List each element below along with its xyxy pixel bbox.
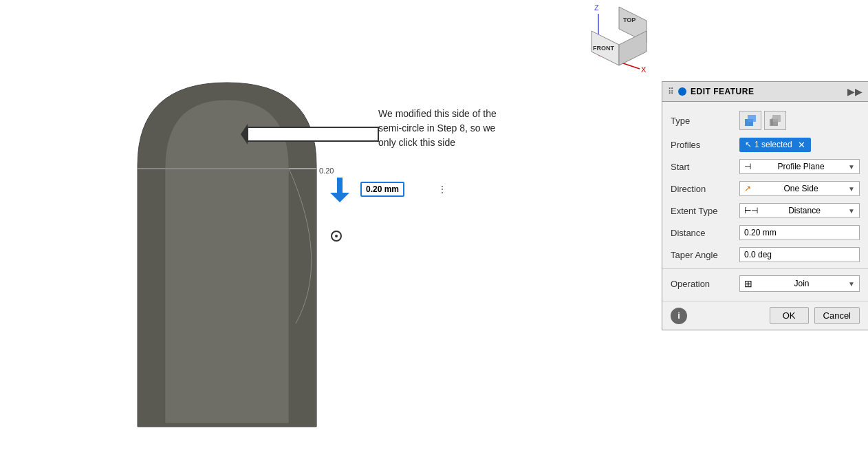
panel-header-left: ⠿ EDIT FEATURE (668, 87, 754, 96)
profiles-label: Profiles (671, 140, 739, 150)
annotation-line3: only click this side (378, 136, 605, 150)
taper-angle-control: 0.0 deg (739, 247, 860, 262)
start-label: Start (671, 162, 739, 172)
svg-point-9 (335, 235, 338, 237)
distance-icon: ⊢⊣ (744, 206, 758, 215)
panel-footer: i OK Cancel (662, 301, 868, 330)
info-icon[interactable]: i (671, 308, 687, 324)
extent-type-control: ⊢⊣ Distance ▼ (739, 203, 860, 218)
svg-marker-7 (330, 193, 349, 202)
profiles-selected-badge[interactable]: ↖ 1 selected ✕ (739, 138, 811, 152)
svg-text:FRONT: FRONT (593, 45, 614, 52)
circle-marker (330, 230, 343, 242)
footer-buttons: OK Cancel (770, 307, 860, 324)
type-control: | (739, 111, 860, 130)
extent-type-dropdown-arrow: ▼ (848, 207, 855, 215)
dimension-label[interactable]: 0.20 mm (360, 182, 404, 197)
direction-control: ↗ One Side ▼ (739, 181, 860, 196)
distance-input[interactable]: 0.20 mm (739, 225, 860, 240)
panel-title: EDIT FEATURE (691, 87, 754, 96)
operation-row: Operation ⊞ Join ▼ (662, 272, 868, 295)
distance-row: Distance 0.20 mm (662, 222, 868, 244)
start-row: Start ⊣ Profile Plane ▼ (662, 156, 868, 178)
svg-rect-6 (337, 178, 343, 193)
direction-row: Direction ↗ One Side ▼ (662, 178, 868, 200)
svg-text:X: X (641, 65, 647, 74)
svg-rect-20 (748, 115, 756, 122)
annotation-line2: semi-circle in Step 8, so we (378, 121, 605, 136)
annotation-line1: We modified this side of the (378, 107, 605, 121)
panel-body: Type | Profiles (662, 102, 868, 301)
ok-button[interactable]: OK (770, 307, 809, 324)
direction-value: One Side (784, 184, 818, 193)
profiles-clear-icon[interactable]: ✕ (798, 140, 805, 150)
panel-collapse-icon[interactable]: ▶▶ (847, 86, 862, 97)
start-dropdown-arrow: ▼ (848, 163, 855, 171)
profiles-row: Profiles ↖ 1 selected ✕ (662, 134, 868, 156)
start-dropdown[interactable]: ⊣ Profile Plane ▼ (739, 159, 860, 174)
extent-type-row: Extent Type ⊢⊣ Distance ▼ (662, 200, 868, 222)
operation-label: Operation (671, 279, 739, 289)
svg-text:|: | (771, 118, 773, 125)
distance-value: 0.20 mm (744, 228, 777, 237)
3d-shape (96, 41, 358, 440)
direction-icon: ↗ (744, 184, 751, 193)
cursor-icon: ↖ (745, 140, 752, 149)
start-control: ⊣ Profile Plane ▼ (739, 159, 860, 174)
edit-feature-panel: ⠿ EDIT FEATURE ▶▶ Type | (662, 81, 868, 330)
panel-separator (662, 268, 868, 269)
direction-dropdown[interactable]: ↗ One Side ▼ (739, 181, 860, 196)
svg-rect-22 (772, 115, 781, 122)
join-icon: ⊞ (744, 278, 752, 289)
operation-dropdown[interactable]: ⊞ Join ▼ (739, 275, 860, 292)
start-plane-icon: ⊣ (744, 162, 751, 171)
dimension-menu-dots[interactable]: ⋮ (437, 184, 447, 195)
navigation-cube[interactable]: Z X TOP FRONT (585, 0, 657, 79)
type-icon-btn-2[interactable]: | (764, 111, 786, 130)
distance-control: 0.20 mm (739, 225, 860, 240)
operation-dropdown-arrow: ▼ (848, 280, 855, 288)
taper-angle-row: Taper Angle 0.0 deg (662, 244, 868, 266)
taper-angle-value: 0.0 deg (744, 250, 772, 259)
profiles-control: ↖ 1 selected ✕ (739, 138, 860, 152)
svg-text:Z: Z (594, 3, 599, 12)
type-icon-btn-1[interactable] (739, 111, 761, 130)
operation-control: ⊞ Join ▼ (739, 275, 860, 292)
distance-label: Distance (671, 228, 739, 238)
taper-angle-label: Taper Angle (671, 250, 739, 260)
profiles-selected-text: 1 selected (755, 140, 792, 149)
direction-dropdown-arrow: ▼ (848, 185, 855, 193)
cancel-button[interactable]: Cancel (814, 307, 860, 324)
start-value: Profile Plane (778, 162, 825, 171)
panel-header: ⠿ EDIT FEATURE ▶▶ (662, 82, 868, 102)
extent-type-label: Extent Type (671, 206, 739, 216)
direction-label: Direction (671, 184, 739, 194)
dimension-above-text: 0.20 (319, 167, 334, 175)
type-label: Type (671, 116, 739, 126)
svg-text:TOP: TOP (623, 17, 636, 23)
panel-drag-icon: ⠿ (668, 87, 674, 96)
3d-viewport[interactable]: We modified this side of the semi-circle… (0, 0, 660, 468)
taper-angle-input[interactable]: 0.0 deg (739, 247, 860, 262)
extent-type-value: Distance (788, 206, 821, 215)
extent-type-dropdown[interactable]: ⊢⊣ Distance ▼ (739, 203, 860, 218)
down-arrow-indicator (330, 178, 349, 204)
type-row: Type | (662, 107, 868, 134)
panel-status-icon (678, 87, 686, 96)
annotation-text-box: We modified this side of the semi-circle… (371, 107, 605, 150)
operation-value: Join (794, 279, 810, 288)
